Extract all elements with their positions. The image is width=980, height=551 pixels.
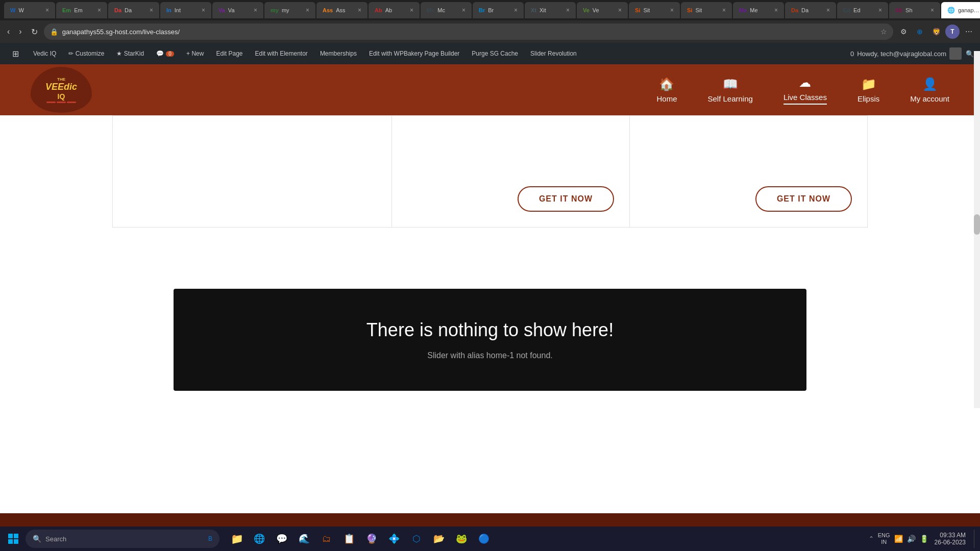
card-left [112, 115, 391, 228]
card-right: GET IT NOW [629, 115, 868, 228]
browser-tab-ab[interactable]: Ab Ab × [369, 2, 420, 18]
refresh-button[interactable]: ↻ [28, 25, 41, 39]
browser-tab-w[interactable]: W W × [4, 2, 55, 18]
address-bar[interactable]: 🔒 ganapathys55.sg-host.com/live-classes/… [44, 23, 893, 40]
site-header: THE VEEdic IQ 🏠 Home 📖 Self Learning ☁ L… [0, 64, 980, 115]
howdy-text: Howdy, tech@vajraglobal.com [857, 50, 946, 58]
taskbar-clock: 09:33 AM 26-06-2023 [935, 532, 966, 546]
browser-tab-br[interactable]: Br Br × [473, 2, 524, 18]
wp-site-name[interactable]: Vedic IQ [27, 43, 62, 64]
taskbar-search-bar[interactable]: 🔍 Search B [26, 530, 219, 548]
taskbar-teams[interactable]: 💬 [272, 529, 292, 549]
get-it-now-button-1[interactable]: GET IT NOW [518, 186, 614, 212]
browser-tab-int[interactable]: In Int × [160, 2, 211, 18]
tray-lang: ENGIN [878, 532, 890, 545]
wp-purge-cache[interactable]: Purge SG Cache [465, 43, 524, 64]
show-desktop-button[interactable] [974, 530, 976, 548]
browser-tab-em[interactable]: Em Em × [56, 2, 107, 18]
browser-tab-my[interactable]: my my × [264, 2, 315, 18]
browser-tab-me[interactable]: Me Me × [733, 2, 784, 18]
spacer-1 [0, 248, 980, 289]
nav-live-classes[interactable]: ☁ Live Classes [783, 76, 827, 105]
home-icon: 🏠 [659, 77, 674, 91]
taskbar-vscode[interactable]: ⬡ [406, 529, 427, 549]
get-it-now-button-2[interactable]: GET IT NOW [755, 186, 852, 212]
tray-battery[interactable]: 🔋 [920, 535, 928, 543]
nav-my-account-label: My account [910, 94, 949, 103]
brave-icon[interactable]: 🦁 [929, 24, 943, 39]
browser-tab-mc[interactable]: Mc Mc × [421, 2, 472, 18]
wp-new[interactable]: + New [180, 43, 210, 64]
scrollbar[interactable] [974, 51, 980, 408]
browser-tab-active[interactable]: 🌐 ganapathys55.sg-host.c... × [941, 2, 980, 18]
taskbar-folder[interactable]: 📂 [429, 529, 449, 549]
wp-howdy[interactable]: 0 Howdy, tech@vajraglobal.com [850, 47, 962, 60]
wp-search-icon[interactable]: 🔍 [966, 50, 974, 58]
wp-comments[interactable]: 💬 0 [150, 43, 180, 64]
windows-logo-icon [8, 534, 18, 544]
nav-home-label: Home [656, 94, 677, 103]
main-content: GET IT NOW GET IT NOW There is nothing t… [0, 115, 980, 544]
wp-customize[interactable]: ✏ Customize [62, 43, 110, 64]
scrollbar-thumb[interactable] [974, 214, 980, 235]
browser-tab-xit[interactable]: Xt Xit × [525, 2, 576, 18]
wp-starkid[interactable]: ★ StarKid [110, 43, 150, 64]
taskbar-browser-1[interactable]: 🌐 [249, 529, 270, 549]
taskbar-app-purple[interactable]: 🔮 [361, 529, 382, 549]
wp-logo-item[interactable]: ⊞ [6, 43, 27, 64]
browser-tab-va[interactable]: Va Va × [212, 2, 263, 18]
wp-elementor[interactable]: Edit with Elementor [249, 43, 313, 64]
taskbar: 🔍 Search B 📁 🌐 💬 🌊 🗂 📋 🔮 💠 ⬡ 📂 🐸 🔵 ⌃ ENG… [0, 527, 980, 551]
tray-up-arrow[interactable]: ⌃ [869, 535, 874, 542]
nav-my-account[interactable]: 👤 My account [910, 77, 949, 103]
site-nav: 🏠 Home 📖 Self Learning ☁ Live Classes 📁 … [656, 76, 949, 105]
browser-tab-sh[interactable]: Sh Sh × [889, 2, 940, 18]
forward-button[interactable]: › [16, 25, 24, 38]
taskbar-app-teal[interactable]: 🐸 [451, 529, 472, 549]
taskbar-time-display: 09:33 AM [935, 532, 966, 539]
browser-tab-da2[interactable]: Da Da × [785, 2, 836, 18]
wp-slider-revolution[interactable]: Slider Revolution [524, 43, 583, 64]
tray-sound[interactable]: 🔊 [907, 535, 916, 543]
browser-toolbar: ‹ › ↻ 🔒 ganapathys55.sg-host.com/live-cl… [0, 20, 980, 43]
toolbar-icons: ⚙ ⊕ 🦁 T ⋯ [896, 24, 976, 39]
edge-icon[interactable]: ⊕ [913, 24, 927, 39]
wp-memberships[interactable]: Memberships [314, 43, 363, 64]
svg-rect-0 [8, 534, 13, 538]
card-middle: GET IT NOW [391, 115, 629, 228]
wp-logo-icon: ⊞ [12, 49, 19, 59]
svg-rect-1 [14, 534, 18, 538]
settings-icon[interactable]: ⋯ [962, 24, 976, 39]
taskbar-filezilla[interactable]: 🗂 [316, 529, 337, 549]
browser-tab-ass[interactable]: Ass Ass × [316, 2, 368, 18]
bing-icon: B [208, 535, 212, 542]
svg-rect-2 [8, 539, 13, 544]
url-text: ganapathys55.sg-host.com/live-classes/ [62, 28, 876, 36]
taskbar-chrome[interactable]: 🔵 [474, 529, 494, 549]
browser-tab-da[interactable]: Da Da × [108, 2, 159, 18]
taskbar-file-explorer[interactable]: 📁 [227, 529, 247, 549]
profile-icon[interactable]: T [945, 24, 960, 39]
browser-tab-ed[interactable]: Ed Ed × [837, 2, 888, 18]
bookmark-star-icon[interactable]: ☆ [880, 28, 887, 36]
wp-wpbakery[interactable]: Edit with WPBakery Page Builder [363, 43, 465, 64]
nothing-subtitle: Slider with alias home-1 not found. [194, 351, 786, 360]
extensions-icon[interactable]: ⚙ [896, 24, 911, 39]
start-button[interactable] [4, 530, 22, 548]
nav-elipsis-label: Elipsis [857, 94, 879, 103]
browser-tab-sit2[interactable]: Si Sit × [681, 2, 732, 18]
svg-rect-3 [14, 539, 18, 544]
nav-self-learning[interactable]: 📖 Self Learning [707, 77, 752, 103]
taskbar-app-green[interactable]: 💠 [384, 529, 404, 549]
taskbar-edge[interactable]: 🌊 [294, 529, 314, 549]
taskbar-app-yellow[interactable]: 📋 [339, 529, 359, 549]
browser-tab-ve[interactable]: Ve Ve × [577, 2, 628, 18]
wp-edit-page[interactable]: Edit Page [210, 43, 249, 64]
tray-wifi[interactable]: 📶 [894, 535, 903, 543]
nav-elipsis[interactable]: 📁 Elipsis [857, 77, 879, 103]
browser-tab-sit1[interactable]: Si Sit × [629, 2, 680, 18]
nav-home[interactable]: 🏠 Home [656, 77, 677, 103]
back-button[interactable]: ‹ [4, 25, 13, 38]
site-logo[interactable]: THE VEEdic IQ [31, 67, 92, 113]
book-icon: 📖 [723, 77, 738, 91]
